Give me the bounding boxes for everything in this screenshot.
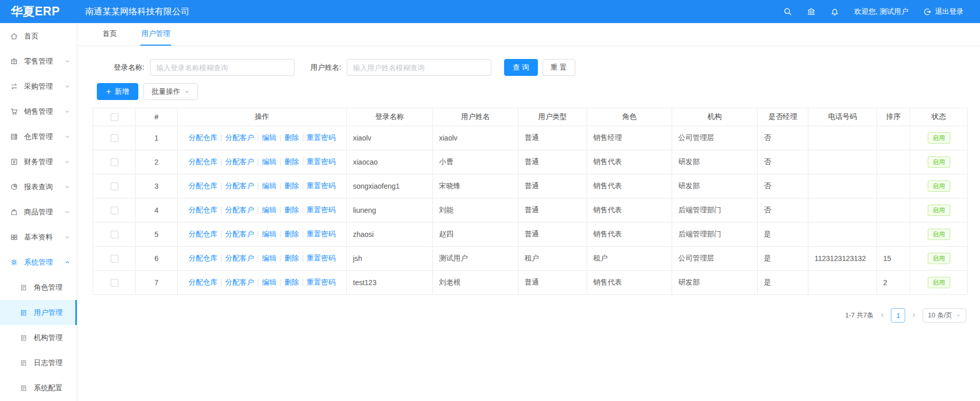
assign-customer-link[interactable]: 分配客户 (225, 206, 254, 214)
bell-icon[interactable] (830, 7, 839, 16)
reset-password-link[interactable]: 重置密码 (307, 206, 336, 214)
row-checkbox[interactable] (111, 183, 118, 190)
cell-org: 研发部 (672, 271, 758, 295)
sidebar-item-home[interactable]: 首页 (0, 24, 77, 49)
tab-home[interactable]: 首页 (101, 23, 118, 46)
chevron-up-icon (65, 259, 70, 265)
logout-button[interactable]: 退出登录 (923, 7, 964, 16)
row-checkbox[interactable] (111, 231, 118, 238)
edit-link[interactable]: 编辑 (262, 182, 277, 190)
sidebar-item-system-config[interactable]: 系统配置 (0, 375, 77, 400)
column-header: 是否经理 (758, 108, 808, 126)
search-button[interactable]: 查 询 (504, 59, 538, 76)
sidebar-item-finance[interactable]: 财务管理 (0, 149, 77, 174)
page-size-select[interactable]: 10 条/页 (923, 308, 966, 323)
finance-icon (10, 158, 18, 166)
edit-link[interactable]: 编辑 (262, 206, 277, 214)
edit-link[interactable]: 编辑 (262, 278, 277, 286)
assign-warehouse-link[interactable]: 分配仓库 (189, 182, 217, 190)
edit-link[interactable]: 编辑 (262, 133, 277, 142)
assign-warehouse-link[interactable]: 分配仓库 (189, 254, 217, 262)
assign-customer-link[interactable]: 分配客户 (225, 278, 254, 286)
row-actions: 分配仓库|分配客户|编辑|删除|重置密码 (178, 174, 347, 198)
user-name-input[interactable] (347, 59, 491, 76)
sidebar-item-basic[interactable]: 基本资料 (0, 225, 77, 250)
reset-button[interactable]: 重 置 (543, 59, 575, 76)
divider: | (280, 133, 282, 142)
assign-warehouse-link[interactable]: 分配仓库 (189, 206, 217, 214)
add-button[interactable]: + 新增 (97, 83, 138, 100)
row-checkbox[interactable] (111, 158, 118, 166)
divider: | (257, 278, 259, 286)
assign-customer-link[interactable]: 分配客户 (225, 254, 254, 262)
page-number-button[interactable]: 1 (891, 308, 905, 323)
reset-password-link[interactable]: 重置密码 (307, 133, 336, 142)
header-actions: 欢迎您, 测试用户 退出登录 (783, 7, 980, 16)
delete-link[interactable]: 删除 (284, 254, 299, 262)
assign-warehouse-link[interactable]: 分配仓库 (189, 230, 217, 238)
prev-page-button[interactable] (878, 312, 886, 318)
sidebar-item-label: 商品管理 (24, 208, 53, 217)
row-index: 7 (136, 271, 178, 295)
search-icon[interactable] (783, 7, 792, 16)
sidebar-item-goods[interactable]: 商品管理 (0, 199, 77, 225)
sidebar-item-role-management[interactable]: 角色管理 (0, 275, 77, 300)
sidebar-item-retail[interactable]: 零售管理 (0, 49, 77, 74)
next-page-button[interactable] (910, 312, 918, 318)
reset-password-link[interactable]: 重置密码 (307, 157, 336, 166)
cell-org: 后端管理部门 (672, 198, 758, 223)
assign-warehouse-link[interactable]: 分配仓库 (189, 278, 217, 286)
row-checkbox[interactable] (111, 207, 118, 214)
reset-password-link[interactable]: 重置密码 (307, 182, 336, 190)
login-name-input[interactable] (150, 59, 295, 76)
delete-link[interactable]: 删除 (284, 182, 299, 190)
table-row: 4 分配仓库|分配客户|编辑|删除|重置密码 liuneng 刘能 普通 销售代… (93, 198, 968, 223)
assign-customer-link[interactable]: 分配客户 (225, 182, 254, 190)
delete-link[interactable]: 删除 (284, 278, 299, 286)
cell-phone (808, 126, 877, 150)
edit-link[interactable]: 编辑 (262, 157, 277, 166)
sidebar-item-system[interactable]: 系统管理 (0, 250, 77, 275)
sidebar-item-user-management[interactable]: 用户管理 (0, 300, 77, 325)
assign-customer-link[interactable]: 分配客户 (225, 133, 254, 142)
reset-password-link[interactable]: 重置密码 (307, 254, 336, 262)
sidebar-item-sales[interactable]: 销售管理 (0, 99, 77, 124)
home-icon (10, 32, 18, 40)
row-checkbox[interactable] (111, 279, 118, 287)
edit-link[interactable]: 编辑 (262, 254, 277, 262)
assign-customer-link[interactable]: 分配客户 (225, 157, 254, 166)
bank-icon[interactable] (807, 7, 816, 16)
delete-link[interactable]: 删除 (284, 230, 299, 238)
select-all-checkbox[interactable] (111, 113, 118, 121)
sidebar-item-org-management[interactable]: 机构管理 (0, 325, 77, 350)
sidebar-item-purchase[interactable]: 采购管理 (0, 74, 77, 99)
delete-link[interactable]: 删除 (284, 206, 299, 214)
row-actions: 分配仓库|分配客户|编辑|删除|重置密码 (178, 126, 347, 150)
row-actions: 分配仓库|分配客户|编辑|删除|重置密码 (178, 247, 347, 271)
cell-user-type: 普通 (518, 174, 587, 198)
divider: | (280, 254, 282, 262)
chevron-down-icon (184, 89, 190, 94)
edit-link[interactable]: 编辑 (262, 230, 277, 238)
chevron-down-icon (65, 159, 70, 165)
assign-customer-link[interactable]: 分配客户 (225, 230, 254, 238)
system-gear-icon (10, 258, 18, 266)
row-checkbox[interactable] (111, 255, 118, 263)
sidebar-item-report[interactable]: 报表查询 (0, 174, 77, 199)
assign-warehouse-link[interactable]: 分配仓库 (189, 133, 217, 142)
reset-password-link[interactable]: 重置密码 (307, 278, 336, 286)
pagination-total: 1-7 共7条 (845, 311, 874, 320)
assign-warehouse-link[interactable]: 分配仓库 (189, 157, 217, 166)
divider: | (220, 278, 222, 286)
reset-password-link[interactable]: 重置密码 (307, 230, 336, 238)
sidebar-item-log-management[interactable]: 日志管理 (0, 350, 77, 375)
divider: | (220, 230, 222, 238)
sidebar-item-warehouse[interactable]: 仓库管理 (0, 124, 77, 149)
user-name-label: 用户姓名: (310, 63, 341, 72)
delete-link[interactable]: 删除 (284, 133, 299, 142)
batch-actions-button[interactable]: 批量操作 (143, 83, 198, 100)
tab-user-management[interactable]: 用户管理 (140, 23, 171, 46)
cell-user-type: 普通 (518, 223, 587, 247)
row-checkbox[interactable] (111, 134, 118, 142)
delete-link[interactable]: 删除 (284, 157, 299, 166)
